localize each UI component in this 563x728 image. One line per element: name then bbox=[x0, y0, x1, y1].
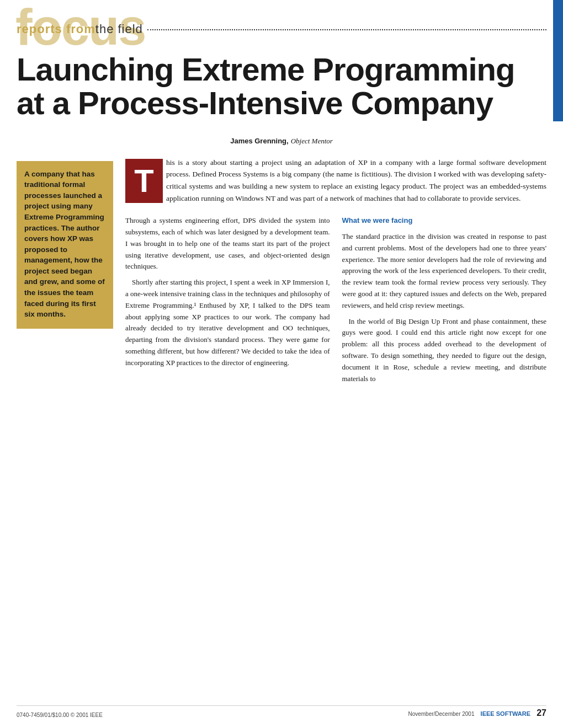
col2-para-2: In the world of Big Design Up Front and … bbox=[342, 316, 547, 385]
intro-paragraph: T his is a story about starting a projec… bbox=[125, 157, 546, 204]
sidebar-text: A company that has traditional formal pr… bbox=[24, 169, 105, 320]
main-content: T his is a story about starting a projec… bbox=[125, 157, 546, 389]
page-footer: 0740-7459/01/$10.00 © 2001 IEEE November… bbox=[17, 705, 546, 718]
reports-line: reports from the field bbox=[17, 10, 546, 36]
reports-from-text: reports from bbox=[17, 22, 95, 36]
col1-para-2: Shortly after starting this project, I s… bbox=[125, 277, 330, 368]
drop-cap-block: T bbox=[125, 159, 163, 203]
section-heading-what-we-faced: What we were facing bbox=[342, 215, 547, 227]
col1-para-1: Through a systems engineering effort, DP… bbox=[125, 215, 330, 272]
author-name: James Grenning, bbox=[230, 137, 288, 145]
body-columns: Through a systems engineering effort, DP… bbox=[125, 215, 546, 389]
footer-right: November/December 2001 IEEE SOFTWARE 27 bbox=[408, 708, 546, 718]
author-section: James Grenning, Object Mentor bbox=[0, 120, 563, 151]
footer-copyright: 0740-7459/01/$10.00 © 2001 IEEE bbox=[17, 712, 103, 718]
field-text: the field bbox=[95, 22, 143, 36]
footer-date: November/December 2001 bbox=[408, 711, 474, 717]
sidebar-box: A company that has traditional formal pr… bbox=[17, 161, 113, 329]
sidebar: A company that has traditional formal pr… bbox=[17, 157, 113, 389]
intro-text: his is a story about starting a project … bbox=[166, 157, 546, 204]
column-1: Through a systems engineering effort, DP… bbox=[125, 215, 330, 389]
footer-page-number: 27 bbox=[537, 708, 546, 718]
author-affiliation: Object Mentor bbox=[291, 137, 333, 145]
col2-para-1: The standard practice in the division wa… bbox=[342, 231, 547, 312]
drop-cap-letter: T bbox=[134, 165, 153, 197]
column-2: What we were facing The standard practic… bbox=[342, 215, 547, 389]
content-area: A company that has traditional formal pr… bbox=[0, 151, 563, 400]
footer-publication: IEEE SOFTWARE bbox=[481, 710, 530, 717]
article-title: Launching Extreme Programming at a Proce… bbox=[17, 53, 546, 120]
header-section: focus reports from the field bbox=[0, 0, 563, 36]
header-dotted-rule bbox=[147, 29, 546, 30]
